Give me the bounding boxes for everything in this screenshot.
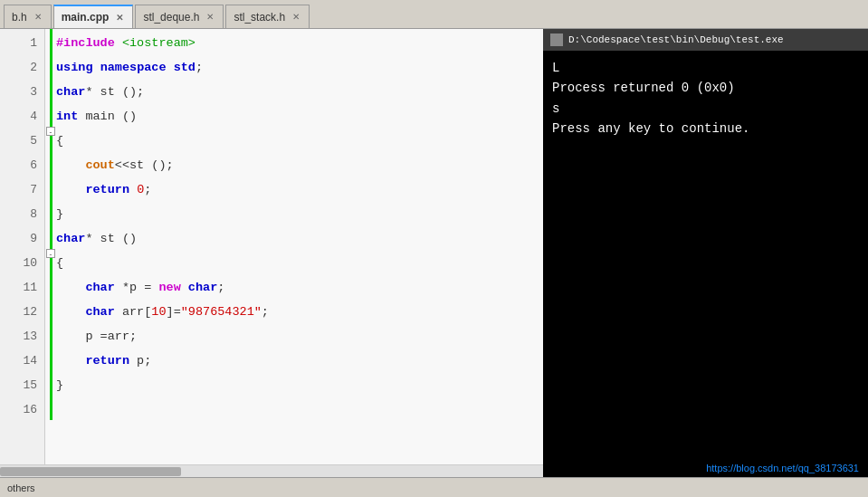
main-content: 1 2 3 4 5 6 7 8 9 10 11 12 13 14 15 16 [0, 29, 868, 477]
terminal-output: L Process returned 0 (0x0) s Press any k… [543, 51, 868, 459]
code-line-8: } [56, 202, 543, 226]
tab-close-b-h[interactable]: ✕ [33, 12, 43, 22]
code-line-5: { [56, 129, 543, 153]
fold-bar: - - [45, 29, 56, 464]
green-indicator [50, 29, 52, 420]
code-line-11: char *p = new char; [56, 275, 543, 300]
line-num-3: 3 [0, 80, 44, 104]
code-line-9: char* st () [56, 226, 543, 251]
terminal-titlebar: D:\Codespace\test\bin\Debug\test.exe [543, 29, 868, 51]
status-text: others [7, 483, 35, 493]
status-bar: others [0, 477, 868, 497]
tab-close-stl-stack-h[interactable]: ✕ [291, 12, 301, 22]
code-area: 1 2 3 4 5 6 7 8 9 10 11 12 13 14 15 16 [0, 29, 543, 464]
terminal-title: D:\Codespace\test\bin\Debug\test.exe [568, 34, 784, 45]
code-line-7: return 0; [56, 177, 543, 202]
code-line-14: return p; [56, 349, 543, 373]
tab-bar: b.h ✕ main.cpp ✕ stl_deque.h ✕ stl_stack… [0, 0, 868, 29]
scroll-thumb[interactable] [0, 467, 181, 476]
line-num-8: 8 [0, 202, 44, 226]
line-num-16: 16 [0, 397, 44, 422]
line-num-1: 1 [0, 31, 44, 55]
terminal-panel: D:\Codespace\test\bin\Debug\test.exe L P… [543, 29, 868, 477]
line-num-12: 12 [0, 300, 44, 324]
line-num-13: 13 [0, 324, 44, 349]
tab-close-main-cpp[interactable]: ✕ [114, 13, 125, 23]
code-line-10: { [56, 251, 543, 275]
line-num-7: 7 [0, 177, 44, 202]
code-line-2: using namespace std; [56, 55, 543, 80]
tab-label: stl_stack.h [234, 11, 285, 24]
line-num-2: 2 [0, 55, 44, 80]
terminal-icon [550, 33, 563, 46]
code-lines: #include <iostream> using namespace std;… [56, 29, 543, 464]
fold-button-line5[interactable]: - [46, 127, 55, 136]
tab-label: stl_deque.h [143, 11, 199, 24]
line-num-6: 6 [0, 153, 44, 177]
line-num-5: 5 [0, 129, 44, 153]
tab-main-cpp[interactable]: main.cpp ✕ [53, 5, 134, 28]
scroll-track[interactable] [0, 467, 543, 476]
tab-stl-deque-h[interactable]: stl_deque.h ✕ [135, 5, 224, 28]
editor-panel: 1 2 3 4 5 6 7 8 9 10 11 12 13 14 15 16 [0, 29, 543, 477]
code-line-13: p =arr; [56, 324, 543, 349]
line-num-14: 14 [0, 349, 44, 373]
tab-label: b.h [12, 11, 27, 24]
tab-label-active: main.cpp [62, 11, 110, 24]
tab-stl-stack-h[interactable]: stl_stack.h ✕ [225, 5, 310, 28]
line-num-10: 10 [0, 251, 44, 275]
code-line-1: #include <iostream> [56, 31, 543, 55]
code-line-4: int main () [56, 104, 543, 129]
tab-b-h[interactable]: b.h ✕ [4, 5, 52, 28]
code-line-3: char* st (); [56, 80, 543, 104]
line-num-4: 4 [0, 104, 44, 129]
watermark: https://blog.csdn.net/qq_38173631 [543, 459, 868, 477]
code-line-15: } [56, 373, 543, 397]
line-num-9: 9 [0, 226, 44, 251]
tab-close-stl-deque-h[interactable]: ✕ [205, 12, 215, 22]
line-numbers: 1 2 3 4 5 6 7 8 9 10 11 12 13 14 15 16 [0, 29, 45, 464]
fold-button-line10[interactable]: - [46, 249, 55, 258]
code-line-6: cout<<st (); [56, 153, 543, 177]
code-line-12: char arr[10]="987654321"; [56, 300, 543, 324]
line-num-15: 15 [0, 373, 44, 397]
line-num-11: 11 [0, 275, 44, 300]
code-line-16 [56, 397, 543, 422]
editor-scrollbar[interactable] [0, 464, 543, 477]
